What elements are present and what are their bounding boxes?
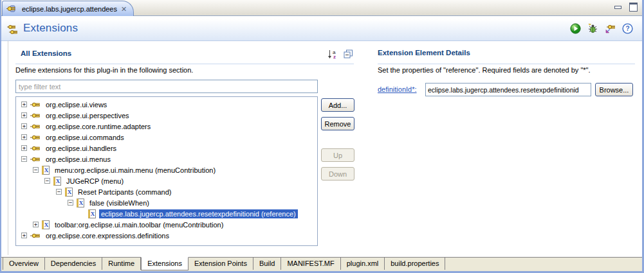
- tree-item[interactable]: −XJUGeRCP (menu): [16, 175, 317, 186]
- tree-item[interactable]: +org.eclipse.ui.commands: [16, 132, 317, 143]
- collapse-icon[interactable]: −: [56, 189, 62, 195]
- svg-text:?: ?: [625, 25, 629, 32]
- tree-item-label: toolbar:org.eclipse.ui.main.toolbar (men…: [53, 220, 225, 229]
- expand-icon[interactable]: +: [21, 123, 27, 129]
- tree-item-label: org.eclipse.core.expressions.definitions: [44, 231, 171, 240]
- section-title: All Extensions: [21, 49, 71, 57]
- collapse-icon[interactable]: −: [33, 167, 39, 173]
- extension-point-icon: [30, 112, 41, 119]
- tree-item-label: org.eclipse.ui.commands: [44, 133, 126, 142]
- expand-icon[interactable]: +: [21, 101, 27, 107]
- xml-element-icon: X: [53, 177, 61, 186]
- editor-tab-title: eclipse.labs.jugercp.attendees: [22, 5, 117, 13]
- page-tab-bar: OverviewDependenciesRuntimeExtensionsExt…: [1, 257, 642, 271]
- page-tab-build-properties[interactable]: build.properties: [385, 258, 445, 270]
- section-title: Extension Element Details: [378, 49, 470, 57]
- tree-item-label: JUGeRCP (menu): [64, 177, 125, 186]
- tree-item-label: org.eclipse.ui.handlers: [44, 144, 118, 153]
- all-extensions-section: All Extensions a z: [15, 49, 354, 64]
- collapse-all-icon[interactable]: [342, 49, 354, 59]
- svg-text:z: z: [333, 54, 336, 59]
- tree-item[interactable]: +org.eclipse.ui.handlers: [16, 143, 317, 154]
- tree-item[interactable]: +org.eclipse.ui.views: [16, 99, 317, 110]
- form-header: Extensions: [1, 17, 642, 41]
- xml-element-icon: X: [77, 198, 84, 207]
- definitionid-field[interactable]: [425, 83, 591, 96]
- minimize-icon[interactable]: [614, 3, 622, 10]
- run-icon[interactable]: [569, 22, 581, 34]
- expand-icon[interactable]: +: [21, 112, 27, 118]
- header-toolbar: ?: [569, 22, 633, 34]
- tree-item[interactable]: +Xtoolbar:org.eclipse.ui.main.toolbar (m…: [16, 219, 317, 230]
- xml-element-icon: X: [88, 209, 96, 218]
- page-tab-dependencies[interactable]: Dependencies: [45, 258, 102, 270]
- editor-tab-bar: eclipse.labs.jugercp.attendees ✕: [1, 0, 642, 16]
- tree-item[interactable]: +org.eclipse.ui.perspectives: [16, 110, 317, 121]
- page-title: Extensions: [23, 22, 78, 35]
- down-button: Down: [321, 167, 354, 181]
- extensions-icon: [7, 24, 19, 37]
- expand-icon[interactable]: +: [21, 233, 27, 238]
- expand-icon[interactable]: +: [21, 134, 27, 140]
- tree-item-label: Reset Partcipants (command): [76, 188, 174, 197]
- extensions-tree[interactable]: +org.eclipse.ui.views+org.eclipse.ui.per…: [15, 96, 318, 246]
- remove-button[interactable]: Remove: [321, 117, 354, 130]
- tree-item[interactable]: +org.eclipse.core.expressions.definition…: [16, 230, 317, 241]
- tree-item[interactable]: Xeclipse.labs.jugercp.attendees.resetexp…: [16, 208, 317, 219]
- page-tab-manifest-mf[interactable]: MANIFEST.MF: [281, 258, 340, 270]
- extension-point-icon: [30, 123, 41, 130]
- browse-button[interactable]: Browse...: [595, 83, 633, 96]
- tree-item[interactable]: −Xfalse (visibleWhen): [16, 197, 317, 208]
- tree-item[interactable]: +org.eclipse.core.runtime.adapters: [16, 121, 317, 132]
- form-left-rule: [8, 41, 8, 255]
- element-details-section: Extension Element Details: [378, 49, 635, 64]
- page-tab-plugin-xml[interactable]: plugin.xml: [341, 258, 385, 270]
- sort-az-icon[interactable]: a z: [327, 49, 338, 59]
- extension-point-icon: [30, 145, 41, 152]
- add-button[interactable]: Add...: [321, 98, 354, 112]
- collapse-icon[interactable]: −: [68, 200, 73, 206]
- plugin-editor-icon: [6, 4, 15, 13]
- page-tab-extensions[interactable]: Extensions: [141, 257, 189, 270]
- page-tab-runtime[interactable]: Runtime: [102, 258, 141, 270]
- tree-item[interactable]: −Xmenu:org.eclipse.ui.main.menu (menuCon…: [16, 164, 317, 175]
- editor-tab[interactable]: eclipse.labs.jugercp.attendees ✕: [2, 1, 134, 16]
- extension-point-icon: [30, 155, 41, 163]
- filter-input[interactable]: [15, 80, 318, 93]
- xml-element-icon: X: [65, 188, 73, 197]
- collapse-icon[interactable]: −: [44, 178, 50, 184]
- extension-point-icon: [30, 232, 41, 240]
- tree-item-label: org.eclipse.ui.perspectives: [44, 111, 131, 120]
- page-tab-build[interactable]: Build: [253, 258, 281, 270]
- definitionid-link[interactable]: definitionId*:: [378, 85, 417, 93]
- tree-item-label: org.eclipse.ui.menus: [44, 155, 113, 164]
- help-icon[interactable]: ?: [621, 22, 633, 34]
- maximize-icon[interactable]: [629, 3, 637, 10]
- page-tab-extension-points[interactable]: Extension Points: [189, 258, 253, 270]
- expand-icon[interactable]: +: [21, 145, 27, 151]
- collapse-icon[interactable]: −: [21, 156, 27, 162]
- tree-buttons: Add...RemoveUpDown: [321, 98, 357, 186]
- close-icon[interactable]: ✕: [121, 6, 127, 12]
- up-button: Up: [321, 148, 354, 162]
- page-tab-overview[interactable]: Overview: [3, 258, 45, 270]
- expand-icon[interactable]: +: [33, 222, 39, 227]
- tree-item-label: menu:org.eclipse.ui.main.menu (menuContr…: [53, 166, 217, 175]
- xml-element-icon: X: [42, 166, 50, 175]
- debug-icon[interactable]: [587, 22, 598, 34]
- tree-item-label: org.eclipse.core.runtime.adapters: [44, 122, 152, 131]
- details-description: Set the properties of "reference". Requi…: [378, 66, 635, 74]
- plugin-editor-window: eclipse.labs.jugercp.attendees ✕: [0, 0, 644, 273]
- xml-element-icon: X: [42, 220, 50, 229]
- tree-item-label: org.eclipse.ui.views: [44, 100, 109, 109]
- extension-point-icon: [30, 134, 41, 141]
- extension-point-icon: [30, 101, 41, 109]
- tree-item-label: false (visibleWhen): [87, 198, 151, 207]
- tree-item[interactable]: −XReset Partcipants (command): [16, 186, 317, 197]
- export-plugin-icon[interactable]: [604, 22, 616, 34]
- tree-item[interactable]: −org.eclipse.ui.menus: [16, 154, 317, 164]
- tree-item-label: eclipse.labs.jugercp.attendees.resetexpd…: [99, 209, 298, 218]
- section-description: Define extensions for this plug-in in th…: [15, 66, 193, 74]
